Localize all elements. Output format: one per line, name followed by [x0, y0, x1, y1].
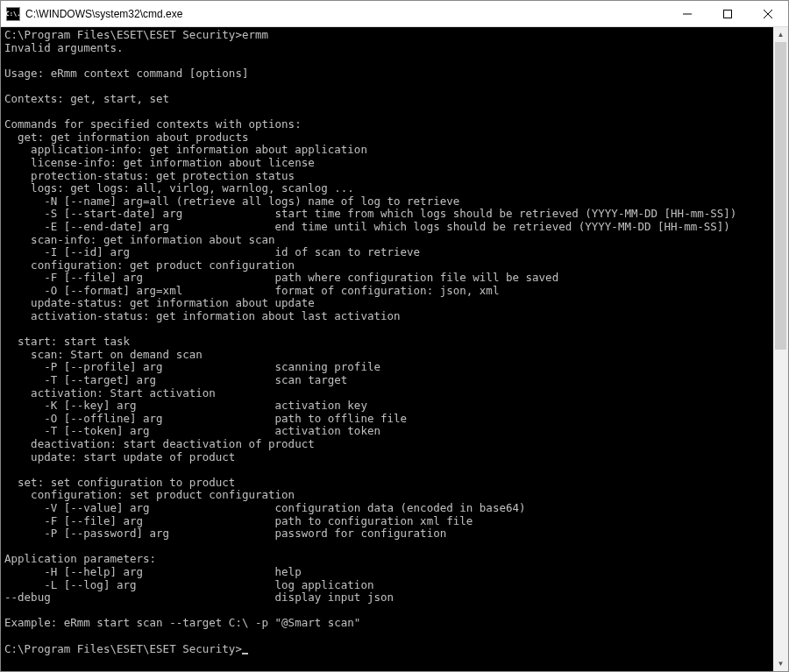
scroll-down-button[interactable]: ▼	[773, 656, 788, 671]
scroll-up-button[interactable]: ▲	[773, 27, 788, 42]
close-icon	[764, 10, 772, 18]
minimize-button[interactable]	[667, 1, 707, 26]
vertical-scrollbar[interactable]: ▲ ▼	[773, 27, 788, 671]
scroll-track[interactable]	[773, 42, 788, 656]
terminal-output[interactable]: C:\Program Files\ESET\ESET Security>ermm…	[1, 27, 773, 671]
maximize-button[interactable]	[707, 1, 748, 26]
titlebar[interactable]: C:\. C:\WINDOWS\system32\cmd.exe	[1, 1, 788, 27]
window-controls	[667, 1, 788, 26]
command-prompt: C:\Program Files\ESET\ESET Security>	[4, 642, 242, 655]
close-button[interactable]	[748, 1, 788, 26]
window-title: C:\WINDOWS\system32\cmd.exe	[25, 8, 667, 20]
cmd-window: C:\. C:\WINDOWS\system32\cmd.exe C:\Prog…	[0, 0, 789, 672]
svg-rect-1	[724, 10, 732, 18]
content-area: C:\Program Files\ESET\ESET Security>ermm…	[1, 27, 788, 671]
scroll-thumb[interactable]	[775, 42, 786, 350]
minimize-icon	[683, 10, 692, 18]
cmd-icon: C:\.	[6, 7, 20, 21]
cursor	[242, 653, 248, 654]
maximize-icon	[723, 10, 732, 18]
